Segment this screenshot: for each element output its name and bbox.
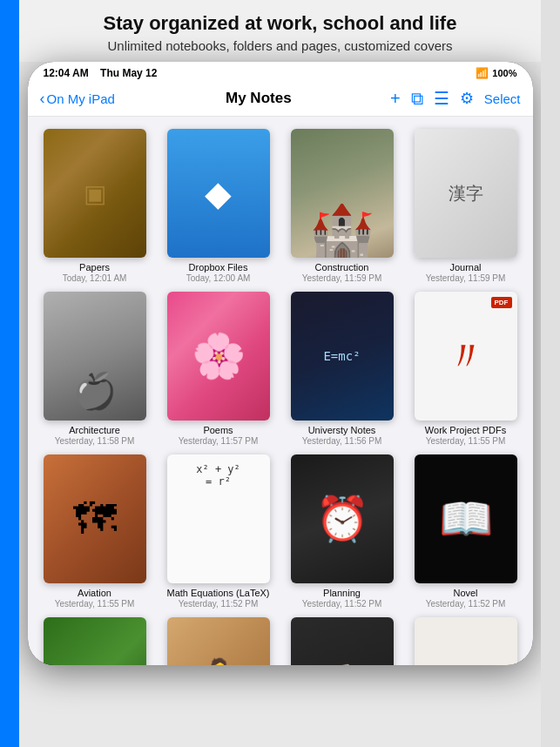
notebook-cover-work-pdf: PDF xyxy=(415,292,517,421)
notebook-item-drafts[interactable]: Drafts xyxy=(408,617,524,665)
back-label: On My iPad xyxy=(47,91,115,106)
notebook-cover-recipes xyxy=(44,617,146,665)
notebook-name: Poems xyxy=(203,425,233,435)
notebook-date: Yesterday, 11:58 PM xyxy=(55,436,135,446)
notebook-date: Today, 12:01 AM xyxy=(63,273,127,283)
notebook-name: Universty Notes xyxy=(308,425,376,435)
notebook-name: Journal xyxy=(449,262,481,273)
notebook-name: Math Equations (LaTeX) xyxy=(166,588,269,598)
notebook-date: Yesterday, 11:59 PM xyxy=(302,273,382,283)
notebook-item-aviation[interactable]: AviationYesterday, 11:55 PM xyxy=(37,454,153,609)
promo-banner: Stay organized at work, school and life … xyxy=(19,0,541,62)
pdf-badge: PDF xyxy=(491,297,512,308)
notebook-cover-architecture xyxy=(44,292,146,421)
notebook-item-davinci[interactable]: DaVinci Notes xyxy=(160,617,277,665)
notebook-cover-drafts xyxy=(415,617,517,665)
notebook-date: Yesterday, 11:52 PM xyxy=(302,599,382,609)
notebook-item-planning[interactable]: PlanningYesterday, 11:52 PM xyxy=(284,454,401,609)
center-content: Stay organized at work, school and life … xyxy=(19,0,541,747)
notebook-name: Architecture xyxy=(69,425,120,435)
notebook-name: Aviation xyxy=(78,588,111,598)
notebook-item-medicine[interactable]: Medicine xyxy=(284,617,401,665)
notebook-cover-university xyxy=(291,292,394,421)
notebook-name: Planning xyxy=(323,588,361,598)
right-accent-strip xyxy=(541,0,560,747)
notebook-name: Work Project PDFs xyxy=(425,425,506,435)
left-accent-strip xyxy=(0,0,19,747)
copy-button[interactable]: ⧉ xyxy=(411,89,423,109)
app-wrapper: Stay organized at work, school and life … xyxy=(0,0,560,747)
notebook-cover-poems xyxy=(167,292,270,421)
notebook-cover-davinci xyxy=(167,617,270,665)
notebook-date: Yesterday, 11:55 PM xyxy=(426,436,506,446)
notebook-name: Papers xyxy=(79,262,110,273)
notebook-item-construction[interactable]: ConstructionYesterday, 11:59 PM xyxy=(284,129,401,283)
notebook-name: Construction xyxy=(315,262,369,273)
battery-indicator: 100% xyxy=(492,68,516,78)
wifi-icon: 📶 xyxy=(476,67,489,79)
notebook-item-novel[interactable]: NovelYesterday, 11:52 PM xyxy=(408,454,524,609)
notebook-date: Today, 12:00 AM xyxy=(186,273,251,283)
notebook-item-journal[interactable]: JournalYesterday, 11:59 PM xyxy=(408,129,524,283)
nav-bar: ‹ On My iPad My Notes + ⧉ ☰ ⚙ Select xyxy=(28,83,533,117)
notebook-cover-math xyxy=(167,454,270,583)
chevron-left-icon: ‹ xyxy=(40,90,45,108)
device-frame: 12:04 AM Thu May 12 📶 100% ‹ On My iPad xyxy=(28,62,533,665)
notebook-cover-aviation xyxy=(44,454,146,583)
promo-title: Stay organized at work, school and life xyxy=(37,12,523,35)
notebook-item-work-pdf[interactable]: PDFWork Project PDFsYesterday, 11:55 PM xyxy=(408,292,524,446)
notebook-cover-papers xyxy=(44,129,146,258)
nav-actions: + ⧉ ☰ ⚙ Select xyxy=(390,88,520,109)
notebook-item-architecture[interactable]: ArchitectureYesterday, 11:58 PM xyxy=(37,292,153,446)
notebook-date: Yesterday, 11:57 PM xyxy=(179,436,259,446)
notebook-date: Yesterday, 11:52 PM xyxy=(179,599,259,609)
notebook-item-dropbox[interactable]: Dropbox FilesToday, 12:00 AM xyxy=(160,129,277,283)
notebooks-content-area[interactable]: PapersToday, 12:01 AMDropbox FilesToday,… xyxy=(28,117,533,665)
notebook-cover-planning xyxy=(291,454,394,583)
notebook-cover-construction xyxy=(291,129,394,258)
select-button[interactable]: Select xyxy=(484,91,521,106)
notebook-cover-journal xyxy=(415,129,517,258)
notebook-name: Novel xyxy=(453,588,477,598)
date-label: Thu May 12 xyxy=(100,67,157,79)
notebook-name: Dropbox Files xyxy=(189,262,248,273)
status-right: 📶 100% xyxy=(476,67,516,79)
status-bar: 12:04 AM Thu May 12 📶 100% xyxy=(28,62,533,83)
notebook-date: Yesterday, 11:56 PM xyxy=(302,436,382,446)
notebook-item-poems[interactable]: PoemsYesterday, 11:57 PM xyxy=(160,292,277,446)
add-notebook-button[interactable]: + xyxy=(390,89,401,109)
notebook-date: Yesterday, 11:55 PM xyxy=(55,599,135,609)
settings-button[interactable]: ⚙ xyxy=(460,89,474,108)
notebook-item-math[interactable]: Math Equations (LaTeX)Yesterday, 11:52 P… xyxy=(160,454,277,609)
list-view-button[interactable]: ☰ xyxy=(434,88,449,109)
nav-back-button[interactable]: ‹ On My iPad xyxy=(40,90,127,108)
notebook-cover-medicine xyxy=(291,617,394,665)
notebook-item-recipes[interactable]: Recipes xyxy=(37,617,153,665)
notebook-date: Yesterday, 11:52 PM xyxy=(426,599,506,609)
promo-subtitle: Unlimited notebooks, folders and pages, … xyxy=(37,38,523,53)
battery-level: 100% xyxy=(492,68,516,78)
notebooks-grid: PapersToday, 12:01 AMDropbox FilesToday,… xyxy=(37,129,524,665)
nav-title: My Notes xyxy=(127,90,391,107)
status-time: 12:04 AM Thu May 12 xyxy=(44,67,158,79)
notebook-item-university[interactable]: Universty NotesYesterday, 11:56 PM xyxy=(284,292,401,446)
notebook-item-papers[interactable]: PapersToday, 12:01 AM xyxy=(37,129,153,283)
notebook-cover-dropbox xyxy=(167,129,270,258)
notebook-cover-novel xyxy=(415,454,517,583)
notebook-date: Yesterday, 11:59 PM xyxy=(426,273,506,283)
time-label: 12:04 AM xyxy=(44,67,89,79)
